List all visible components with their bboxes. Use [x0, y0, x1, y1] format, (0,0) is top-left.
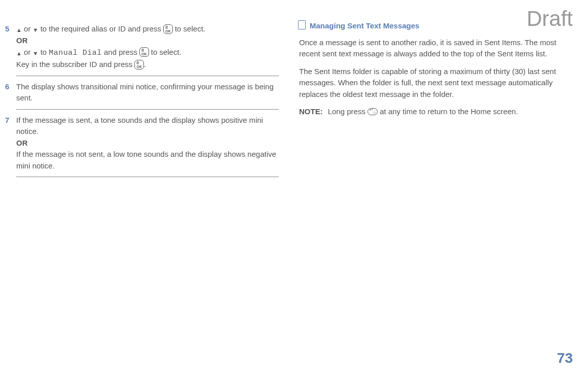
step-number: 5	[5, 23, 12, 71]
divider	[16, 177, 279, 177]
ok-button-icon: ☰OK	[163, 24, 173, 34]
back-home-button-icon	[368, 108, 378, 115]
menu-option-text: Manual Dial	[49, 49, 102, 57]
right-column: Managing Sent Text Messages Once a messa…	[299, 20, 573, 179]
step-body: or to the required alias or ID and press…	[16, 23, 279, 71]
or-label: OR	[16, 139, 28, 147]
note: NOTE: Long press at any time to return t…	[299, 106, 573, 118]
paragraph: The Sent Items folder is capable of stor…	[299, 66, 573, 100]
or-label: OR	[16, 36, 28, 45]
step-5: 5 or to the required alias or ID and pre…	[5, 20, 279, 74]
text: or	[22, 48, 33, 56]
left-column: 5 or to the required alias or ID and pre…	[5, 20, 279, 179]
text: to	[38, 48, 49, 56]
step-body: If the message is sent, a tone sounds an…	[16, 115, 279, 172]
step-number: 6	[5, 81, 12, 104]
divider	[16, 109, 279, 110]
up-arrow-icon	[16, 47, 22, 59]
step-number: 7	[5, 115, 12, 172]
step-7: 7 If the message is sent, a tone sounds …	[5, 112, 279, 175]
ok-button-icon: ☰OK	[134, 60, 144, 70]
step-6: 6 The display shows transitional mini no…	[5, 78, 279, 107]
text: or	[22, 24, 33, 33]
text: at any time to return to the Home screen…	[378, 107, 518, 116]
text: to select.	[149, 48, 181, 56]
text: Key in the subscriber ID and press	[16, 60, 134, 69]
up-arrow-icon	[16, 24, 22, 36]
watermark: Draft	[527, 3, 573, 35]
page-number: 73	[557, 348, 573, 369]
heading-text: Managing Sent Text Messages	[310, 20, 419, 32]
note-body: Long press at any time to return to the …	[328, 106, 573, 118]
divider	[16, 76, 279, 76]
down-arrow-icon	[33, 47, 39, 59]
text: If the message is sent, a tone sounds an…	[16, 116, 263, 136]
text: to the required alias or ID and press	[38, 24, 163, 33]
document-icon	[299, 21, 306, 29]
text: Long press	[328, 107, 368, 116]
page-content: 5 or to the required alias or ID and pre…	[0, 0, 588, 179]
paragraph: Once a message is sent to another radio,…	[299, 37, 573, 60]
text: to select.	[173, 24, 205, 33]
text: and press	[102, 48, 139, 56]
note-label: NOTE:	[299, 106, 323, 118]
text: If the message is not sent, a low tone s…	[16, 150, 276, 170]
step-body: The display shows transitional mini noti…	[16, 81, 279, 104]
text: The display shows transitional mini noti…	[16, 82, 274, 103]
ok-button-icon: ☰OK	[139, 47, 149, 57]
text: .	[144, 60, 146, 69]
down-arrow-icon	[33, 24, 39, 36]
